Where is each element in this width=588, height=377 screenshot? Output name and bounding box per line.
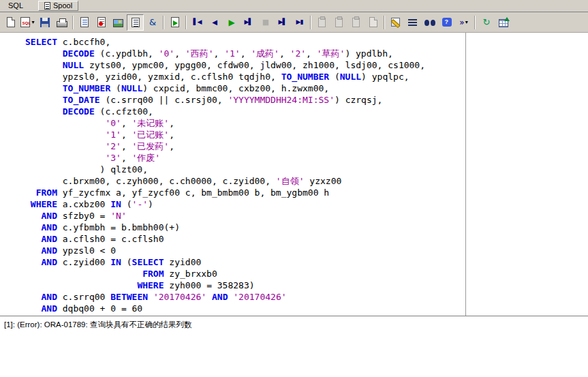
code-token: NULL [121, 83, 142, 93]
goto-first-button[interactable]: ▌◀ [189, 14, 206, 31]
goto-last-button[interactable]: ▶▮ [291, 14, 308, 31]
code-line: NULL zyts00, ypmc00, ypgg00, cfdw00, jld… [25, 59, 463, 71]
tab-spool-label: Spool [53, 1, 72, 10]
code-token: '20170426' [153, 292, 206, 302]
editor-area: SELECT c.bccfh0, DECODE (c.ypdlbh, '0', … [0, 33, 588, 316]
goto-next-button[interactable]: ▶▌ [274, 14, 291, 31]
help-bubble-icon [442, 18, 452, 27]
code-token [25, 83, 63, 93]
execute-file-button[interactable] [166, 14, 183, 31]
code-token: zyh000 = 358283) [164, 280, 255, 290]
first-record-icon: ▌◀ [194, 19, 202, 25]
code-token: '未记账' [132, 118, 170, 128]
output-list-button[interactable] [404, 14, 421, 31]
sql-editor[interactable]: SELECT c.bccfh0, DECODE (c.ypdlbh, '0', … [0, 33, 466, 316]
code-token: '2' [105, 141, 121, 151]
fetch-grid-button[interactable] [495, 14, 512, 31]
code-token: zy_brxxb0 [164, 269, 217, 279]
code-token [25, 141, 105, 151]
error-message: [1]: (Error): ORA-01789: 查询块具有不正确的结果列数 [4, 320, 584, 330]
code-token: (c.ypdlbh, [95, 48, 159, 59]
code-token: c.yfbmbh = b.bmbh00(+) [57, 222, 180, 232]
code-token: ( [121, 199, 132, 209]
code-token: IN [110, 199, 121, 209]
code-line: '0', '未记账', [25, 117, 463, 129]
code-token: ) ypdlbh, [345, 48, 392, 59]
code-token: , [279, 48, 290, 59]
code-token: c.bccfh0, [57, 37, 110, 47]
code-line: TO_NUMBER (NULL) cxpcid, bmmc00, cxbz00,… [25, 82, 463, 94]
code-token: ) [148, 199, 153, 209]
next-record-icon: ▶▌ [279, 19, 287, 25]
goto-previous-button[interactable]: ◀ [206, 14, 223, 31]
print-button[interactable] [53, 14, 70, 31]
code-token: '自领' [276, 176, 305, 186]
open-sql-icon [20, 17, 30, 27]
toolbar-separator [163, 16, 164, 29]
code-token [25, 234, 41, 244]
code-token: , [241, 48, 251, 59]
message-panel[interactable]: [1]: (Error): ORA-01789: 查询块具有不正确的结果列数 [0, 316, 588, 377]
code-token: , [121, 153, 132, 163]
new-button[interactable] [2, 14, 19, 31]
code-line: TO_DATE (c.srrq00 || c.srsj00, 'YYYYMMDD… [25, 94, 463, 106]
refresh-button[interactable]: ↻ [478, 14, 495, 31]
code-line: '3', '作废' [25, 152, 463, 164]
edit-data-button[interactable] [387, 14, 404, 31]
cut-icon [318, 18, 326, 27]
tab-spool[interactable]: Spool [38, 1, 78, 11]
code-line: AND c.srrq00 BETWEEN '20170426' AND '201… [25, 291, 463, 303]
code-token: AND [41, 234, 57, 244]
code-token [25, 130, 105, 140]
code-token: DECODE [63, 48, 95, 59]
code-token: '作废' [132, 153, 161, 163]
code-token: '0' [105, 118, 121, 128]
code-token: c.zyid00 [57, 257, 110, 267]
code-token: BETWEEN [110, 292, 148, 302]
code-line: AND c.zyid00 IN (SELECT zyid00 [25, 256, 463, 268]
code-token: NULL [63, 60, 84, 70]
code-token: AND [41, 292, 57, 302]
code-line: '1', '已记账', [25, 129, 463, 140]
code-token: ) qlzt00, [25, 164, 148, 175]
picture-button[interactable] [110, 14, 127, 31]
previous-record-icon: ◀ [212, 19, 217, 26]
substitution-variable-button[interactable]: & [144, 14, 161, 31]
code-token: AND [41, 303, 57, 314]
grid-up-arrow-icon [499, 19, 508, 27]
code-line: AND sfzby0 = 'N' [25, 210, 463, 222]
run-icon: ▶ [228, 18, 234, 27]
code-line: '2', '已发药', [25, 140, 463, 152]
cut-button [313, 14, 330, 31]
picture-icon [113, 19, 123, 27]
more-commands-button[interactable]: »▾ [455, 14, 472, 31]
edit-script-icon [80, 17, 89, 27]
code-token: , [306, 48, 317, 59]
spool-toggle-button[interactable] [127, 14, 144, 31]
right-pane [466, 33, 588, 316]
code-token: TO_NUMBER [63, 83, 110, 93]
run-to-end-button[interactable]: ▶▌ [240, 14, 257, 31]
find-button[interactable] [421, 14, 438, 31]
run-button[interactable]: ▶ [223, 14, 240, 31]
execute-file-icon [171, 17, 179, 27]
copy-icon [335, 18, 343, 27]
code-token: , [169, 130, 174, 140]
edit-script-button[interactable] [76, 14, 93, 31]
code-line: AND ypzsl0 < 0 [25, 245, 463, 256]
code-token [25, 187, 36, 198]
code-token: ( [121, 257, 132, 267]
code-token: , [121, 130, 132, 140]
tab-sql[interactable]: SQL [3, 1, 29, 11]
open-sql-button[interactable]: ▾ [19, 14, 36, 31]
paste-button [347, 14, 365, 31]
describe-button[interactable] [438, 14, 455, 31]
execute-script-button[interactable] [93, 14, 110, 31]
code-token: '3' [105, 153, 121, 163]
undo-button [365, 14, 382, 31]
save-button[interactable] [36, 14, 53, 31]
list-icon [408, 19, 417, 27]
spool-document-icon [44, 2, 50, 10]
code-token: '2' [290, 48, 306, 59]
code-token: IN [110, 257, 121, 267]
